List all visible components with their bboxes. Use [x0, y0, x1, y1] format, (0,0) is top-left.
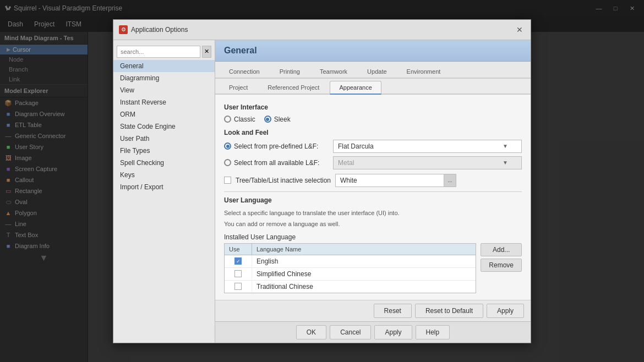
radio-classic-label: Classic [234, 116, 255, 123]
dialog-title-bar: ⚙ Application Options ✕ [113, 20, 531, 40]
lang-row-simplified-chinese[interactable]: Simplified Chinese [225, 268, 476, 281]
divider [224, 191, 522, 192]
menu-item-view[interactable]: View [113, 84, 215, 96]
menu-item-file-types[interactable]: File Types [113, 145, 215, 157]
lang-use-english: ✓ [225, 255, 252, 267]
tab-environment[interactable]: Environment [397, 65, 450, 78]
inactive-color-container: White ... [335, 174, 456, 187]
menu-item-user-path[interactable]: User Path [113, 133, 215, 145]
dialog-footer-top: Reset Reset to Default Apply [215, 300, 531, 321]
footer-apply-button[interactable]: Apply [487, 304, 524, 318]
tab-update[interactable]: Update [358, 65, 396, 78]
content-area: User Interface Classic Sleek [215, 95, 531, 300]
menu-item-state-code[interactable]: State Code Engine [113, 120, 215, 133]
application-options-dialog: ⚙ Application Options ✕ ✕ General Diagra… [113, 19, 531, 343]
menu-item-instant-reverse[interactable]: Instant Reverse [113, 96, 215, 108]
user-language-label: User Language [224, 196, 522, 204]
lf-all-label: Select from all available L&F: [234, 159, 319, 167]
inactive-color-value[interactable]: White [335, 174, 444, 187]
lf-all-row: Select from all available L&F: Metal ▼ [224, 156, 522, 169]
lang-name-simplified: Simplified Chinese [252, 268, 476, 280]
lf-predefined-row: Select from pre-defined L&F: Flat Darcul… [224, 140, 522, 153]
lang-row-traditional-chinese[interactable]: Traditional Chinese [225, 281, 476, 293]
tabs-row-1: Connection Printing Teamwork Update Envi… [215, 62, 531, 79]
menu-item-general[interactable]: General [113, 60, 215, 72]
dialog-footer-bottom: OK Cancel Apply Help [215, 321, 531, 343]
apply-button[interactable]: Apply [374, 325, 412, 339]
dialog-app-icon: ⚙ [119, 25, 128, 34]
tab-appearance[interactable]: Appearance [330, 81, 381, 95]
dialog-body: ✕ General Diagramming View Instant Rever… [113, 40, 531, 343]
search-input[interactable] [117, 46, 200, 58]
radio-classic-option[interactable]: Classic [224, 116, 255, 123]
menu-item-spell-checking[interactable]: Spell Checking [113, 157, 215, 169]
lang-name-traditional: Traditional Chinese [252, 281, 476, 293]
lf-predefined-dropdown-arrow: ▼ [503, 143, 508, 149]
tab-connection[interactable]: Connection [220, 65, 269, 78]
menu-item-orm[interactable]: ORM [113, 108, 215, 120]
dialog-section-title: General [215, 40, 531, 62]
lf-predefined-value: Flat Darcula [338, 142, 374, 150]
help-button[interactable]: Help [416, 325, 450, 339]
lf-predefined-radio[interactable]: Select from pre-defined L&F: [224, 142, 329, 150]
modal-overlay: ⚙ Application Options ✕ ✕ General Diagra… [0, 0, 644, 362]
inactive-selection-checkbox[interactable] [224, 177, 231, 184]
lang-table-header: Use Language Name [225, 244, 476, 255]
lang-row-english[interactable]: ✓ English [225, 255, 476, 268]
search-box: ✕ [113, 43, 215, 60]
menu-item-diagramming[interactable]: Diagramming [113, 72, 215, 84]
ui-radio-group: Classic Sleek [224, 116, 522, 123]
remove-language-button[interactable]: Remove [481, 259, 522, 272]
cancel-button[interactable]: Cancel [330, 325, 371, 339]
dialog-title: Application Options [131, 26, 511, 34]
lang-desc-2: You can add or remove a language as well… [224, 220, 522, 229]
menu-item-import-export[interactable]: Import / Export [113, 181, 215, 193]
lang-name-english: English [252, 255, 476, 267]
menu-item-keys[interactable]: Keys [113, 169, 215, 181]
tabs-row-2: Project Referenced Project Appearance [215, 79, 531, 95]
ok-button[interactable]: OK [296, 325, 326, 339]
installed-lang-label: Installed User Language [224, 233, 522, 241]
main-area: Mind Map Diagram - Tes ▶ Cursor Node Bra… [0, 32, 644, 362]
tab-printing[interactable]: Printing [270, 65, 309, 78]
tab-teamwork[interactable]: Teamwork [310, 65, 357, 78]
lf-predefined-label: Select from pre-defined L&F: [234, 142, 318, 150]
look-feel-label: Look and Feel [224, 129, 522, 136]
lang-table-wrap: Use Language Name ✓ English [224, 243, 476, 293]
lf-all-radio-circle [224, 159, 231, 166]
lang-col-name-header: Language Name [252, 244, 476, 255]
lf-predefined-dropdown[interactable]: Flat Darcula ▼ [333, 140, 522, 153]
radio-sleek-option[interactable]: Sleek [264, 116, 291, 123]
lang-col-use-header: Use [225, 244, 252, 255]
lang-checkbox-traditional[interactable] [234, 283, 242, 290]
lf-predefined-radio-circle [224, 142, 231, 150]
radio-sleek-circle [264, 116, 271, 123]
lang-desc-1: Select a specific language to translate … [224, 209, 522, 218]
radio-classic-circle [224, 116, 231, 123]
dialog-right-panel: General Connection Printing Teamwork Upd… [215, 40, 531, 343]
dialog-left-panel: ✕ General Diagramming View Instant Rever… [113, 40, 215, 343]
reset-default-button[interactable]: Reset to Default [415, 304, 483, 318]
lang-use-simplified [225, 268, 252, 279]
dialog-close-button[interactable]: ✕ [514, 24, 525, 35]
lf-all-dropdown[interactable]: Metal ▼ [333, 156, 522, 169]
search-clear-button[interactable]: ✕ [202, 46, 211, 58]
lf-all-dropdown-arrow: ▼ [503, 160, 508, 166]
inactive-selection-label: Tree/Table/List inactive selection [236, 177, 331, 184]
tab-project[interactable]: Project [220, 81, 257, 94]
lang-table: Use Language Name ✓ English [224, 243, 476, 293]
inactive-selection-row: Tree/Table/List inactive selection White… [224, 174, 522, 187]
radio-sleek-label: Sleek [274, 116, 291, 123]
add-language-button[interactable]: Add... [481, 243, 522, 256]
tab-referenced-project[interactable]: Referenced Project [258, 81, 329, 94]
inactive-color-pick-button[interactable]: ... [444, 174, 456, 187]
lang-checkbox-simplified[interactable] [234, 270, 242, 277]
lang-checkbox-english[interactable]: ✓ [234, 257, 242, 265]
lf-all-value: Metal [338, 159, 354, 167]
lang-area: Use Language Name ✓ English [224, 243, 522, 293]
inactive-color-text: White [340, 177, 357, 184]
lang-buttons: Add... Remove [481, 243, 522, 272]
user-interface-label: User Interface [224, 103, 522, 111]
reset-button[interactable]: Reset [374, 304, 412, 318]
lf-all-radio[interactable]: Select from all available L&F: [224, 159, 329, 167]
